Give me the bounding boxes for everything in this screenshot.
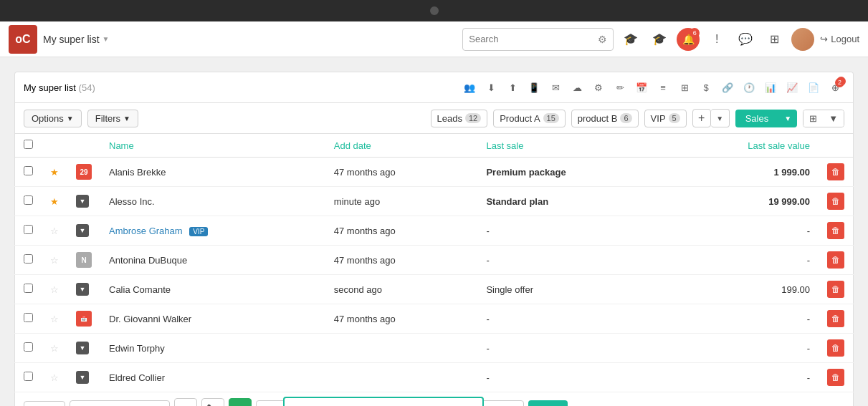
link-icon[interactable]: 🔗 [718, 78, 737, 97]
list-view-btn[interactable]: ▼ [823, 110, 844, 127]
star-icon[interactable]: ★ [50, 167, 59, 178]
doc-icon[interactable]: 📄 [804, 78, 823, 97]
row-checkbox[interactable] [24, 313, 33, 322]
add-date: 47 months ago [325, 246, 478, 275]
contact-name-input[interactable] [70, 400, 170, 407]
action-dropdown[interactable]: ▼ [76, 224, 89, 237]
tag-product-a[interactable]: Product A 15 [493, 110, 566, 127]
user-avatar[interactable] [791, 28, 814, 51]
contact-name[interactable]: Edwin Torphy [100, 334, 325, 363]
sale-type-btn[interactable]: Sale ▲ [24, 401, 65, 407]
filters-btn[interactable]: Filters ▼ [87, 110, 138, 127]
action-dropdown[interactable]: ▼ [76, 371, 89, 384]
import-icon[interactable]: 👥 [460, 78, 479, 97]
row-checkbox[interactable] [24, 284, 33, 293]
email-icon[interactable]: ✉ [546, 78, 565, 97]
action-dropdown[interactable]: ▼ [76, 195, 89, 208]
settings-icon-btn[interactable]: 🎓 [619, 28, 642, 51]
contact-name[interactable]: Ambrose Graham VIP [100, 216, 325, 246]
cloud-icon[interactable]: ☁ [568, 78, 586, 97]
options-chevron-icon: ▼ [67, 115, 74, 122]
delete-btn[interactable]: 🗑 [827, 163, 844, 180]
row-checkbox[interactable] [24, 195, 33, 205]
delete-btn[interactable]: 🗑 [827, 193, 844, 210]
table-row: ☆ 📅 Dr. Giovanni Walker 47 months ago - … [15, 304, 854, 334]
calendar-icon[interactable]: 📅 [632, 78, 651, 97]
chat-icon-btn[interactable]: 💬 [734, 28, 757, 51]
add-filter-btn[interactable]: + [692, 109, 711, 127]
graduation-icon-btn[interactable]: 🎓 [648, 28, 671, 51]
contacts-table: Name Add date Last sale Last sale value … [14, 133, 854, 392]
delete-btn[interactable]: 🗑 [827, 310, 844, 327]
delete-btn[interactable]: 🗑 [827, 339, 844, 357]
list-icon[interactable]: ≡ [654, 78, 672, 97]
table-row: ★ 29 Alanis Brekke 47 months ago Premium… [15, 158, 854, 187]
contact-name[interactable]: Dr. Giovanni Walker [100, 304, 325, 334]
sales-btn[interactable]: Sales [735, 110, 779, 127]
logo[interactable]: oC [9, 25, 37, 54]
table-row: ☆ N Antonina DuBuque 47 months ago - - 🗑 [15, 246, 854, 275]
last-sale: Single offer [477, 275, 664, 304]
search-input[interactable] [469, 34, 598, 44]
action-dropdown[interactable]: ▼ [76, 283, 89, 296]
phone-quick-btn[interactable]: 📞 [201, 398, 224, 406]
mobile-icon[interactable]: 📱 [525, 78, 543, 97]
options-btn[interactable]: Options ▼ [24, 110, 82, 127]
contact-name[interactable]: Alanis Brekke [100, 158, 325, 187]
add-filter-dropdown-btn[interactable]: ▼ [711, 109, 730, 127]
alert-icon-btn[interactable]: ! [705, 28, 728, 51]
tag-quick-btn[interactable]: 🏷 [229, 398, 252, 406]
star-icon[interactable]: ☆ [50, 343, 59, 354]
add-deal-btn[interactable]: Add [528, 400, 568, 407]
dollar-icon[interactable]: $ [697, 78, 715, 97]
star-icon[interactable]: ☆ [50, 284, 59, 295]
contact-name[interactable]: Antonina DuBuque [100, 246, 325, 275]
clock-icon[interactable]: 🕐 [740, 78, 758, 97]
grid-view-btn[interactable]: ⊞ [803, 110, 823, 127]
contact-name[interactable]: Eldred Collier [100, 363, 325, 392]
email-quick-btn[interactable]: ✉ [174, 398, 197, 406]
row-checkbox[interactable] [24, 225, 33, 234]
tag-vip[interactable]: VIP 5 [644, 110, 687, 127]
download-icon[interactable]: ⬇ [482, 78, 500, 97]
star-icon[interactable]: ☆ [50, 226, 59, 236]
row-checkbox[interactable] [24, 254, 33, 264]
logout-btn[interactable]: ↪ Logout [820, 34, 859, 44]
table-icon[interactable]: ⊞ [675, 78, 694, 97]
upload-icon[interactable]: ⬆ [503, 78, 522, 97]
last-sale: - [477, 363, 664, 392]
star-icon[interactable]: ☆ [50, 255, 59, 266]
sales-dropdown-btn[interactable]: ▼ [778, 110, 797, 127]
notification-icon-btn[interactable]: 🔔 6 [677, 28, 700, 51]
delete-btn[interactable]: 🗑 [827, 251, 844, 269]
add-date: minute ago [325, 187, 478, 216]
list-title-btn[interactable]: My super list ▼ [43, 34, 109, 45]
tag-leads[interactable]: Leads 12 [431, 110, 488, 127]
row-checkbox[interactable] [24, 166, 33, 175]
camera-dot [430, 6, 439, 15]
select-all-checkbox[interactable] [24, 140, 33, 149]
notification2-icon[interactable]: ⊕ 2 [826, 78, 844, 97]
star-icon[interactable]: ☆ [50, 314, 59, 324]
gear-icon[interactable]: ⚙ [589, 78, 608, 97]
last-sale: - [477, 304, 664, 334]
tag-product-b[interactable]: product B 6 [571, 110, 639, 127]
search-gear-icon[interactable]: ⚙ [598, 34, 607, 45]
star-icon[interactable]: ☆ [50, 372, 59, 383]
contact-name[interactable]: Alesso Inc. [100, 187, 325, 216]
action-dropdown[interactable]: ▼ [76, 342, 89, 354]
notification-badge: 6 [690, 28, 700, 38]
contact-name[interactable]: Calia Comante [100, 275, 325, 304]
delete-btn[interactable]: 🗑 [827, 222, 844, 239]
pencil-icon[interactable]: ✏ [611, 78, 629, 97]
last-sale-header: Last sale [477, 134, 664, 158]
top-nav: oC My super list ▼ ⚙ 🎓 🎓 🔔 6 ! 💬 ⊞ ↪ Log… [0, 21, 868, 57]
chart-icon[interactable]: 📈 [783, 78, 801, 97]
spreadsheet-icon[interactable]: 📊 [761, 78, 780, 97]
star-icon[interactable]: ★ [50, 196, 59, 207]
row-checkbox[interactable] [24, 372, 33, 381]
row-checkbox[interactable] [24, 342, 33, 352]
grid-icon-btn[interactable]: ⊞ [763, 28, 786, 51]
delete-btn[interactable]: 🗑 [827, 281, 844, 298]
delete-btn[interactable]: 🗑 [827, 369, 844, 386]
